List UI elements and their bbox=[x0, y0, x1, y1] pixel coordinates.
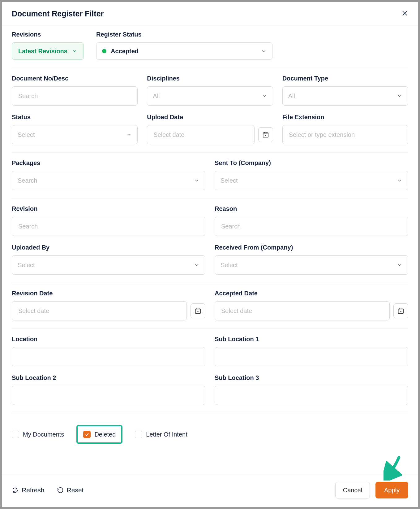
revisions-value: Latest Revisions bbox=[18, 48, 67, 55]
disciplines-label: Disciplines bbox=[147, 75, 273, 82]
packages-select[interactable]: Search bbox=[12, 171, 205, 190]
revisions-dropdown[interactable]: Latest Revisions bbox=[12, 42, 84, 60]
sent-to-placeholder: Select bbox=[221, 177, 238, 184]
sub-loc-1-label: Sub Location 1 bbox=[215, 336, 408, 343]
packages-label: Packages bbox=[12, 159, 205, 167]
filter-modal: Document Register Filter Revisions Lates… bbox=[2, 2, 418, 507]
doc-no-input-wrap bbox=[12, 86, 138, 106]
deleted-label: Deleted bbox=[94, 431, 116, 438]
file-ext-input-wrap bbox=[282, 125, 408, 144]
received-from-label: Received From (Company) bbox=[215, 244, 408, 251]
chevron-down-icon bbox=[397, 262, 402, 268]
calendar-add-icon[interactable] bbox=[191, 303, 205, 318]
uploaded-by-placeholder: Select bbox=[18, 262, 35, 269]
letter-of-intent-checkbox[interactable]: Letter Of Intent bbox=[135, 431, 187, 438]
register-status-label: Register Status bbox=[96, 31, 272, 38]
revision-date-input[interactable] bbox=[18, 307, 181, 315]
doc-type-value: All bbox=[288, 93, 295, 100]
file-ext-label: File Extension bbox=[282, 114, 408, 121]
doc-type-select[interactable]: All bbox=[282, 86, 408, 106]
sub-loc-3-input[interactable] bbox=[221, 392, 402, 399]
doc-type-label: Document Type bbox=[282, 75, 408, 82]
reset-icon bbox=[57, 487, 64, 494]
register-status-value: Accepted bbox=[111, 48, 139, 55]
chevron-down-icon bbox=[262, 93, 267, 99]
refresh-button[interactable]: Refresh bbox=[12, 486, 45, 494]
checkbox-icon bbox=[135, 431, 142, 438]
received-from-select[interactable]: Select bbox=[215, 255, 408, 275]
register-status-dropdown[interactable]: Accepted bbox=[96, 42, 272, 60]
reason-label: Reason bbox=[215, 205, 408, 212]
deleted-checkbox[interactable]: Deleted bbox=[83, 431, 116, 438]
my-documents-label: My Documents bbox=[23, 431, 64, 438]
status-dot-icon bbox=[102, 49, 106, 53]
status-select[interactable]: Select bbox=[12, 125, 138, 144]
doc-no-input[interactable] bbox=[18, 92, 132, 100]
chevron-down-icon bbox=[397, 178, 402, 183]
modal-footer: Refresh Reset Cancel Apply bbox=[2, 474, 418, 507]
status-placeholder: Select bbox=[18, 131, 35, 138]
refresh-icon bbox=[12, 487, 19, 494]
close-icon[interactable] bbox=[401, 10, 408, 18]
revision-input[interactable] bbox=[18, 223, 199, 230]
cancel-button[interactable]: Cancel bbox=[335, 482, 370, 498]
sub-loc-1-input[interactable] bbox=[221, 353, 402, 361]
revision-date-label: Revision Date bbox=[12, 290, 205, 297]
upload-date-input-wrap bbox=[147, 125, 254, 144]
svg-rect-2 bbox=[398, 309, 404, 314]
chevron-down-icon bbox=[261, 48, 267, 54]
status-label: Status bbox=[12, 114, 138, 121]
file-ext-input[interactable] bbox=[288, 131, 402, 139]
accepted-date-label: Accepted Date bbox=[215, 290, 408, 297]
letter-of-intent-label: Letter Of Intent bbox=[146, 431, 187, 438]
checkbox-icon bbox=[12, 431, 19, 438]
disciplines-select[interactable]: All bbox=[147, 86, 273, 106]
chevron-down-icon bbox=[397, 93, 402, 99]
refresh-label: Refresh bbox=[22, 486, 45, 494]
uploaded-by-select[interactable]: Select bbox=[12, 255, 205, 275]
revision-label: Revision bbox=[12, 205, 205, 212]
doc-no-label: Document No/Desc bbox=[12, 75, 138, 82]
modal-title: Document Register Filter bbox=[12, 9, 104, 18]
svg-rect-1 bbox=[195, 309, 201, 314]
reset-label: Reset bbox=[67, 486, 84, 494]
calendar-add-icon[interactable] bbox=[258, 127, 273, 142]
deleted-highlight: Deleted bbox=[76, 425, 122, 444]
chevron-down-icon bbox=[72, 48, 77, 54]
revisions-label: Revisions bbox=[12, 31, 84, 38]
apply-button[interactable]: Apply bbox=[375, 482, 408, 498]
my-documents-checkbox[interactable]: My Documents bbox=[12, 431, 64, 438]
disciplines-value: All bbox=[153, 93, 160, 100]
sub-loc-2-input[interactable] bbox=[18, 392, 199, 399]
chevron-down-icon bbox=[194, 178, 199, 183]
received-from-placeholder: Select bbox=[221, 262, 238, 269]
packages-placeholder: Search bbox=[18, 177, 37, 184]
chevron-down-icon bbox=[126, 132, 132, 137]
sub-loc-3-label: Sub Location 3 bbox=[215, 374, 408, 381]
checkbox-checked-icon bbox=[83, 431, 91, 438]
accepted-date-input[interactable] bbox=[221, 307, 384, 315]
location-input[interactable] bbox=[18, 353, 199, 361]
sub-loc-2-label: Sub Location 2 bbox=[12, 374, 205, 381]
calendar-add-icon[interactable] bbox=[393, 303, 408, 318]
modal-header: Document Register Filter bbox=[2, 2, 418, 25]
chevron-down-icon bbox=[194, 262, 199, 268]
location-label: Location bbox=[12, 336, 205, 343]
uploaded-by-label: Uploaded By bbox=[12, 244, 205, 251]
upload-date-input[interactable] bbox=[153, 131, 248, 139]
reset-button[interactable]: Reset bbox=[57, 486, 84, 494]
sent-to-label: Sent To (Company) bbox=[215, 159, 408, 167]
sent-to-select[interactable]: Select bbox=[215, 171, 408, 190]
reason-input[interactable] bbox=[221, 223, 402, 230]
upload-date-label: Upload Date bbox=[147, 114, 273, 121]
